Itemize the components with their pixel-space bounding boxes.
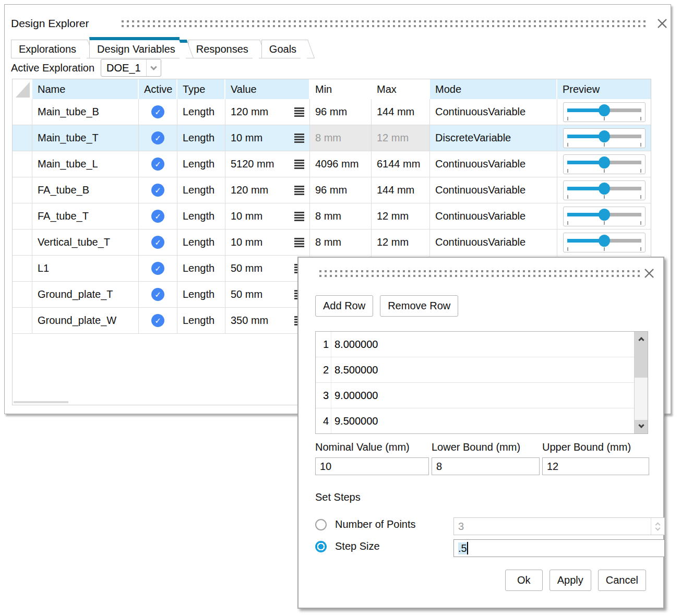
- mode-cell[interactable]: ContinuousVariable: [430, 177, 557, 203]
- row-handle-cell[interactable]: [13, 203, 32, 230]
- value-menu-icon[interactable]: [294, 238, 304, 247]
- min-cell[interactable]: 4096 mm: [310, 151, 372, 177]
- nominal-input[interactable]: [315, 457, 429, 475]
- value-cell[interactable]: 10 mm: [225, 203, 310, 230]
- add-row-button[interactable]: Add Row: [315, 295, 373, 317]
- scroll-down-icon[interactable]: [635, 420, 648, 433]
- step-row[interactable]: 18.000000: [316, 332, 648, 357]
- name-cell[interactable]: L1: [32, 256, 139, 282]
- scrollbar-thumb[interactable]: [635, 345, 648, 378]
- spinner-control[interactable]: [651, 518, 664, 535]
- row-handle-cell[interactable]: [13, 177, 32, 203]
- slider-knob[interactable]: [599, 156, 610, 168]
- table-row[interactable]: FA_tube_B✓Length120 mm96 mm144 mmContinu…: [13, 177, 651, 203]
- preview-slider[interactable]: [563, 207, 646, 226]
- scroll-up-icon[interactable]: [635, 332, 648, 345]
- tab-goals[interactable]: Goals: [261, 40, 301, 58]
- remove-row-button[interactable]: Remove Row: [380, 295, 458, 317]
- preview-slider[interactable]: [563, 180, 646, 200]
- active-cell[interactable]: ✓: [139, 282, 177, 308]
- value-menu-icon[interactable]: [294, 212, 304, 221]
- name-cell[interactable]: Main_tube_L: [32, 151, 139, 177]
- row-handle-cell[interactable]: [13, 308, 32, 334]
- active-cell[interactable]: ✓: [139, 308, 177, 334]
- value-cell[interactable]: 120 mm: [225, 177, 310, 203]
- step-value[interactable]: 9.500000: [331, 415, 378, 427]
- active-check-icon[interactable]: ✓: [151, 158, 164, 171]
- slider-knob[interactable]: [599, 209, 610, 221]
- name-cell[interactable]: Main_tube_T: [32, 125, 139, 151]
- active-cell[interactable]: ✓: [139, 230, 177, 256]
- table-row[interactable]: Vertical_tube_T✓Length10 mm8 mm12 mmCont…: [13, 230, 651, 256]
- step-size-input[interactable]: .5: [453, 539, 665, 557]
- min-cell[interactable]: 8 mm: [310, 125, 372, 151]
- number-of-points-radio[interactable]: [315, 519, 327, 530]
- active-cell[interactable]: ✓: [139, 256, 177, 282]
- active-cell[interactable]: ✓: [139, 125, 177, 151]
- table-row[interactable]: FA_tube_T✓Length10 mm8 mm12 mmContinuous…: [13, 203, 651, 230]
- name-cell[interactable]: Ground_plate_W: [32, 308, 139, 334]
- preview-slider[interactable]: [563, 154, 646, 174]
- max-cell[interactable]: 144 mm: [372, 99, 430, 125]
- dialog-close-icon[interactable]: [643, 267, 655, 280]
- slider-knob[interactable]: [599, 130, 610, 142]
- number-of-points-input[interactable]: 3: [453, 517, 665, 535]
- active-check-icon[interactable]: ✓: [151, 262, 164, 275]
- active-check-icon[interactable]: ✓: [151, 105, 164, 118]
- max-cell[interactable]: 12 mm: [372, 203, 430, 230]
- name-cell[interactable]: Main_tube_B: [32, 99, 139, 125]
- value-menu-icon[interactable]: [294, 160, 304, 169]
- tab-responses[interactable]: Responses: [188, 40, 253, 58]
- vertical-scrollbar[interactable]: [634, 332, 648, 433]
- row-handle-cell[interactable]: [13, 282, 32, 308]
- preview-slider[interactable]: [563, 233, 646, 252]
- name-cell[interactable]: FA_tube_B: [32, 177, 139, 203]
- cancel-button[interactable]: Cancel: [598, 570, 646, 591]
- value-cell[interactable]: 120 mm: [225, 99, 310, 125]
- max-cell[interactable]: 12 mm: [372, 230, 430, 256]
- dialog-drag-handle[interactable]: [319, 270, 640, 277]
- active-cell[interactable]: ✓: [139, 151, 177, 177]
- apply-button[interactable]: Apply: [549, 570, 591, 591]
- step-size-radio[interactable]: [315, 541, 327, 552]
- value-cell[interactable]: 10 mm: [225, 230, 310, 256]
- step-value[interactable]: 8.000000: [331, 339, 378, 351]
- table-corner-cell[interactable]: [13, 79, 32, 99]
- value-cell[interactable]: 5120 mm: [225, 151, 310, 177]
- step-row[interactable]: 39.000000: [316, 383, 648, 408]
- active-check-icon[interactable]: ✓: [151, 184, 164, 197]
- active-check-icon[interactable]: ✓: [151, 131, 164, 144]
- table-row[interactable]: Main_tube_L✓Length5120 mm4096 mm6144 mmC…: [13, 151, 651, 177]
- table-row[interactable]: Main_tube_T✓Length10 mm8 mm12 mmDiscrete…: [13, 125, 651, 151]
- value-cell[interactable]: 10 mm: [225, 125, 310, 151]
- max-cell[interactable]: 6144 mm: [372, 151, 430, 177]
- active-cell[interactable]: ✓: [139, 99, 177, 125]
- active-cell[interactable]: ✓: [139, 177, 177, 203]
- max-cell[interactable]: 12 mm: [372, 125, 430, 151]
- slider-knob[interactable]: [599, 104, 610, 116]
- slider-knob[interactable]: [599, 183, 610, 195]
- upper-bound-input[interactable]: [542, 457, 649, 475]
- value-menu-icon[interactable]: [294, 186, 304, 195]
- mode-cell[interactable]: ContinuousVariable: [430, 230, 557, 256]
- preview-slider[interactable]: [563, 102, 646, 122]
- step-value[interactable]: 8.500000: [331, 364, 378, 376]
- slider-knob[interactable]: [599, 235, 610, 247]
- active-check-icon[interactable]: ✓: [151, 288, 164, 301]
- mode-cell[interactable]: ContinuousVariable: [430, 99, 557, 125]
- name-cell[interactable]: FA_tube_T: [32, 203, 139, 230]
- min-cell[interactable]: 8 mm: [310, 230, 372, 256]
- window-drag-handle[interactable]: [122, 20, 648, 27]
- active-exploration-dropdown[interactable]: DOE_1: [101, 59, 161, 77]
- name-cell[interactable]: Ground_plate_T: [32, 282, 139, 308]
- row-handle-cell[interactable]: [13, 125, 32, 151]
- row-handle-cell[interactable]: [13, 151, 32, 177]
- row-handle-cell[interactable]: [13, 230, 32, 256]
- mode-cell[interactable]: ContinuousVariable: [430, 151, 557, 177]
- lower-bound-input[interactable]: [432, 457, 540, 475]
- value-menu-icon[interactable]: [294, 107, 304, 117]
- row-handle-cell[interactable]: [13, 99, 32, 125]
- table-row[interactable]: Main_tube_B✓Length120 mm96 mm144 mmConti…: [13, 99, 651, 125]
- close-icon[interactable]: [656, 17, 668, 30]
- tab-explorations[interactable]: Explorations: [11, 40, 80, 58]
